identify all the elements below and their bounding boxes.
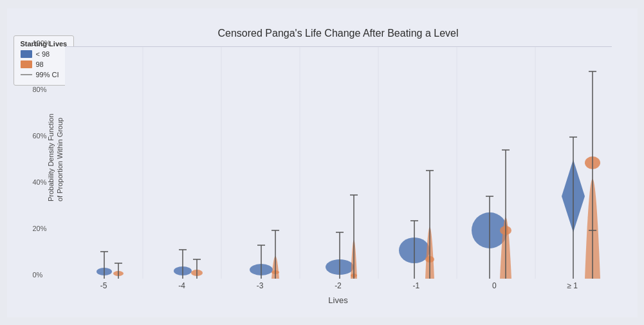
grid-label-60: 60% [33,132,47,140]
x-label-ge1: ≥ 1 [534,281,611,290]
legend-item-blue: < 98 [21,50,68,58]
chart-title: Censored Panga's Life Change After Beati… [65,28,612,39]
legend-item-ci: 99% CI [21,71,68,79]
y-axis-label: Probability Density Functionof Proportio… [46,124,64,201]
grid-label-40: 40% [33,178,47,186]
x-label-neg2: -2 [300,281,376,290]
x-label-neg1: -1 [378,281,454,290]
legend-color-blue [21,50,32,58]
grid-label-0: 0% [33,271,43,279]
x-label-neg3: -3 [222,281,299,290]
grid-label-100: 100% [33,39,51,47]
legend-label-ci: 99% CI [36,71,59,79]
chart-svg [65,47,612,279]
svg-rect-0 [65,47,612,279]
legend-label-blue: < 98 [36,50,50,58]
grid-label-80: 80% [33,86,47,93]
legend-dash-ci [21,74,32,75]
grid-label-20: 20% [33,225,47,232]
x-label-neg5: -5 [66,281,142,290]
x-label-0: 0 [456,281,533,290]
x-axis-title: Lives [65,295,612,305]
chart-area: Probability Density Functionof Proportio… [65,47,612,279]
legend-color-orange [21,60,32,68]
legend-label-orange: 98 [36,60,44,68]
x-label-neg4: -4 [143,281,220,290]
legend-item-orange: 98 [21,60,68,68]
chart-container: Censored Panga's Life Change After Beati… [7,8,638,317]
x-axis: -5 -4 -3 -2 -1 0 ≥ 1 [65,281,612,290]
